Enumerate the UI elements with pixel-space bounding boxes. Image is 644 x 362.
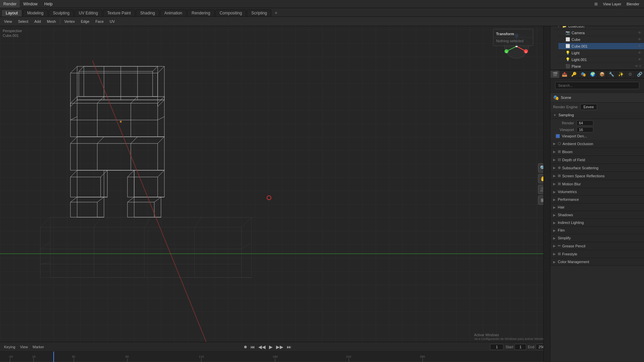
scene-selector[interactable]: Blender bbox=[625, 1, 641, 7]
dof-header[interactable]: ▶ ⊟ Depth of Field bbox=[550, 156, 644, 164]
props-tab-object[interactable]: 📦 bbox=[597, 70, 607, 78]
props-tab-render[interactable]: 🎬 bbox=[550, 70, 560, 78]
tab-sculpting[interactable]: Sculpting bbox=[49, 9, 74, 16]
right-panel: ⬡ Outliner ⊞ ▼ 🎬 Scene Collection ▼ 📁 Co… bbox=[550, 0, 644, 362]
add-workspace-button[interactable]: + bbox=[272, 9, 280, 16]
viewport-denoise-checkbox[interactable] bbox=[556, 134, 560, 138]
props-tab-world[interactable]: 🌍 bbox=[588, 70, 597, 78]
tab-animation[interactable]: Animation bbox=[160, 9, 186, 16]
motion-blur-header[interactable]: ▶ ⊞ Motion Blur bbox=[550, 180, 644, 188]
props-search-input[interactable] bbox=[555, 82, 639, 89]
menu-render[interactable]: Render bbox=[0, 0, 20, 8]
plane-vis-eye2[interactable]: ⧖ bbox=[639, 64, 641, 68]
outliner-plane[interactable]: ▶ ⬛ Plane 👁 ⧖ bbox=[558, 63, 644, 70]
svg-line-35 bbox=[158, 137, 164, 143]
tab-modeling[interactable]: Modeling bbox=[23, 9, 48, 16]
depth-of-field-section: ▶ ⊟ Depth of Field bbox=[550, 156, 644, 164]
cm-header[interactable]: ▶ Color Management bbox=[550, 258, 644, 265]
svg-line-32 bbox=[158, 117, 164, 120]
select-menu[interactable]: Select bbox=[15, 18, 31, 24]
svg-line-34 bbox=[70, 137, 77, 143]
props-tab-modifier[interactable]: 🔧 bbox=[607, 70, 616, 78]
viewport-samples-input[interactable] bbox=[577, 127, 593, 132]
step-back-button[interactable]: ◀◀ bbox=[257, 344, 267, 350]
skip-start-button[interactable]: ⏮ bbox=[249, 344, 256, 350]
marker-button[interactable]: Marker bbox=[31, 344, 45, 350]
cube-name: Cube bbox=[572, 38, 637, 42]
menu-help[interactable]: Help bbox=[41, 0, 56, 8]
volumetrics-section: ▶ Volumetrics bbox=[550, 188, 644, 196]
plane-icon-ol: ⬛ bbox=[566, 64, 570, 68]
indirect-header[interactable]: ▶ Indirect Lighting bbox=[550, 219, 644, 226]
record-button[interactable]: ⏺ bbox=[243, 345, 248, 349]
props-tab-physics[interactable]: ⚙ bbox=[626, 70, 635, 78]
properties-icon-sidebar: ⬜ ▦ bbox=[543, 0, 550, 362]
mb-arrow: ▶ bbox=[553, 182, 556, 186]
face-menu[interactable]: Face bbox=[93, 18, 106, 24]
gp-header[interactable]: ▶ ✏ Grease Pencil bbox=[550, 242, 644, 250]
perf-header[interactable]: ▶ Performance bbox=[550, 196, 644, 203]
tab-compositing[interactable]: Compositing bbox=[215, 9, 247, 16]
tab-scripting[interactable]: Scripting bbox=[247, 9, 271, 16]
viewport[interactable]: Perspective Cube.001 bbox=[0, 26, 550, 342]
skip-end-button[interactable]: ⏭ bbox=[285, 344, 293, 350]
gp-arrow: ▶ bbox=[553, 244, 556, 248]
vertex-menu[interactable]: Vertex bbox=[62, 18, 77, 24]
props-tab-scene[interactable]: 🎭 bbox=[579, 70, 588, 78]
start-frame-input[interactable] bbox=[515, 344, 526, 350]
add-menu[interactable]: Add bbox=[32, 18, 44, 24]
svg-text:110: 110 bbox=[199, 355, 204, 358]
tab-texture-paint[interactable]: Texture Paint bbox=[103, 9, 135, 16]
outliner-camera[interactable]: ▶ 📷 Camera 👁 bbox=[558, 29, 644, 36]
uv-menu[interactable]: UV bbox=[107, 18, 117, 24]
keying-button[interactable]: Keying bbox=[3, 344, 17, 350]
light-vis-eye[interactable]: 👁 bbox=[638, 51, 641, 55]
outliner-cube[interactable]: ▶ ⬜ Cube 👁 bbox=[558, 36, 644, 43]
hair-header[interactable]: ▶ Hair bbox=[550, 203, 644, 211]
menu-window[interactable]: Window bbox=[20, 0, 41, 8]
play-button[interactable]: ▶ bbox=[268, 344, 274, 350]
vol-header[interactable]: ▶ Volumetrics bbox=[550, 188, 644, 195]
timeline-view-button[interactable]: View bbox=[19, 344, 30, 350]
svg-text:260: 260 bbox=[420, 355, 425, 358]
subsurface-header[interactable]: ▶ ⊕ Subsurface Scattering bbox=[550, 164, 644, 172]
ambient-occlusion-header[interactable]: ▶ ⬡ Ambient Occlusion bbox=[550, 140, 644, 147]
svg-text:Y: Y bbox=[506, 51, 507, 53]
cube-vis-eye[interactable]: 👁 bbox=[638, 38, 641, 41]
bloom-header[interactable]: ▶ ⊞ Bloom bbox=[550, 148, 644, 156]
fs-header[interactable]: ▶ ⊞ Freestyle bbox=[550, 250, 644, 258]
tab-layout[interactable]: Layout bbox=[1, 9, 22, 16]
camera-vis-eye[interactable]: 👁 bbox=[638, 31, 641, 35]
tab-uv-editing[interactable]: UV Editing bbox=[74, 9, 102, 16]
props-tab-particles[interactable]: ✨ bbox=[616, 70, 626, 78]
plane-vis-eye[interactable]: 👁 bbox=[635, 64, 638, 68]
svg-line-100 bbox=[195, 217, 201, 227]
timeline-ruler[interactable]: -10 10 30 60 110 160 210 260 bbox=[0, 352, 550, 362]
film-header[interactable]: ▶ Film bbox=[550, 227, 644, 234]
props-tab-view-layer[interactable]: 🔑 bbox=[569, 70, 579, 78]
svg-line-99 bbox=[144, 217, 151, 227]
current-frame-input[interactable] bbox=[490, 344, 503, 350]
step-forward-button[interactable]: ▶▶ bbox=[275, 344, 285, 350]
outliner-cube001[interactable]: ▶ ⬜ Cube.001 👁 bbox=[558, 43, 644, 50]
cube001-vis-eye[interactable]: 👁 bbox=[638, 44, 641, 48]
hair-arrow: ▶ bbox=[553, 205, 556, 209]
props-tab-output[interactable]: 📤 bbox=[560, 70, 569, 78]
view-menu[interactable]: View bbox=[1, 18, 15, 24]
props-tab-constraints[interactable]: 🔗 bbox=[635, 70, 644, 78]
tab-shading[interactable]: Shading bbox=[136, 9, 159, 16]
bloom-section: ▶ ⊞ Bloom bbox=[550, 148, 644, 156]
tab-rendering[interactable]: Rendering bbox=[187, 9, 214, 16]
mesh-menu[interactable]: Mesh bbox=[44, 18, 59, 24]
render-samples-input[interactable] bbox=[577, 120, 593, 126]
shadows-header[interactable]: ▶ Shadows bbox=[550, 211, 644, 219]
render-engine-dropdown[interactable]: Eevee bbox=[580, 104, 597, 110]
outliner-light[interactable]: ▶ 💡 Light 👁 bbox=[558, 50, 644, 56]
edge-menu[interactable]: Edge bbox=[78, 18, 92, 24]
light001-vis-eye[interactable]: 👁 bbox=[638, 58, 641, 61]
outliner-light001[interactable]: ▶ 💡 Light.001 👁 bbox=[558, 56, 644, 63]
simplify-header[interactable]: ▶ Simplify bbox=[550, 234, 644, 242]
sampling-header[interactable]: ▼ Sampling bbox=[550, 111, 644, 119]
icon-menu[interactable]: ⊞ bbox=[592, 1, 600, 7]
ssr-header[interactable]: ▶ ⊞ Screen Space Reflections bbox=[550, 172, 644, 180]
